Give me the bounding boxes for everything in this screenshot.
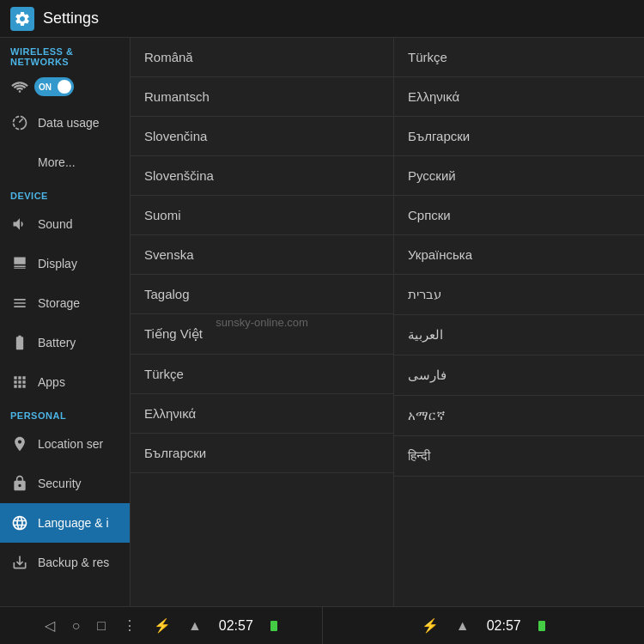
sidebar-item-wifi[interactable]: ON <box>0 70 130 103</box>
list-item[interactable]: Български <box>131 434 393 473</box>
section-header-personal: PERSONAL <box>0 402 130 424</box>
language-icon <box>10 513 29 532</box>
list-item[interactable]: አማርኛ <box>394 396 644 436</box>
backup-label: Backup & res <box>38 556 109 569</box>
data-usage-icon <box>10 113 29 132</box>
sidebar-item-battery[interactable]: Battery <box>0 323 130 362</box>
menu-icon[interactable]: ⋮ <box>123 617 137 634</box>
sound-icon <box>10 215 29 234</box>
back-icon[interactable]: ◁ <box>45 617 55 634</box>
battery-label: Battery <box>38 336 76 349</box>
list-item[interactable]: Ελληνικά <box>394 77 644 117</box>
language-label: Language & i <box>38 516 109 530</box>
list-item[interactable]: Rumantsch <box>131 77 393 117</box>
nav-section-left: ◁ ○ □ ⋮ ⚡ ▲ 02:57 <box>0 607 323 644</box>
list-item[interactable]: Ελληνικά <box>131 394 393 434</box>
battery-icon <box>10 333 29 352</box>
battery-indicator-left <box>270 621 277 631</box>
list-item[interactable]: Slovenčina <box>131 117 393 156</box>
toggle-label: ON <box>39 82 52 92</box>
section-header-device: DEVICE <box>0 182 130 204</box>
sidebar-item-language[interactable]: Language & i <box>0 503 130 543</box>
display-label: Display <box>38 257 77 270</box>
security-icon <box>10 474 29 493</box>
home-icon[interactable]: ○ <box>72 618 81 634</box>
sidebar-item-security[interactable]: Security <box>0 464 130 503</box>
more-label: More... <box>38 155 76 169</box>
nav-time-right: 02:57 <box>487 618 521 634</box>
toggle-knob <box>58 80 71 94</box>
security-label: Security <box>38 477 82 490</box>
title-bar: Settings <box>0 0 644 38</box>
list-item[interactable]: हिन्दी <box>394 436 644 477</box>
sidebar-item-display[interactable]: Display <box>0 244 130 283</box>
location-label: Location ser <box>38 437 103 451</box>
sidebar-item-storage[interactable]: Storage <box>0 283 130 323</box>
more-icon <box>10 153 29 172</box>
center-language-list: sunsky-online.com Română Rumantsch Slove… <box>131 38 394 606</box>
nav-section-right: ⚡ ▲ 02:57 <box>323 607 645 644</box>
list-item[interactable]: العربية <box>394 315 644 355</box>
sidebar-item-more[interactable]: More... <box>0 143 130 182</box>
settings-app-icon <box>10 7 34 31</box>
recents-icon[interactable]: □ <box>97 618 106 634</box>
section-header-wireless: WIRELESS & NETWORKS <box>0 38 130 70</box>
apps-icon <box>10 373 29 392</box>
data-usage-label: Data usage <box>38 116 100 130</box>
usb-right-icon: ⚡ <box>422 617 439 634</box>
storage-icon <box>10 294 29 313</box>
sidebar-item-backup[interactable]: Backup & res <box>0 543 130 582</box>
main-content: WIRELESS & NETWORKS ON Data usage <box>0 38 644 606</box>
list-item[interactable]: Türkçe <box>394 38 644 77</box>
list-item[interactable]: Tagalog <box>131 275 393 314</box>
display-icon <box>10 254 29 273</box>
sidebar-item-data-usage[interactable]: Data usage <box>0 103 130 143</box>
storage-label: Storage <box>38 296 80 310</box>
list-item[interactable]: فارسی <box>394 355 644 396</box>
signal-right-icon: ▲ <box>456 618 470 634</box>
wifi-icon <box>10 80 29 94</box>
list-item[interactable]: Română <box>131 38 393 77</box>
battery-indicator-right <box>538 621 545 631</box>
list-item[interactable]: Српски <box>394 196 644 235</box>
location-icon <box>10 434 29 453</box>
sound-label: Sound <box>38 217 72 231</box>
list-item[interactable]: Tiếng Việt <box>131 314 393 355</box>
list-item[interactable]: Українська <box>394 235 644 275</box>
sidebar-item-apps[interactable]: Apps <box>0 362 130 402</box>
list-item[interactable]: Русский <box>394 156 644 196</box>
right-language-list: Türkçe Ελληνικά Български Русский Српски… <box>394 38 644 606</box>
sidebar-item-sound[interactable]: Sound <box>0 204 130 244</box>
list-item[interactable]: Suomi <box>131 196 393 235</box>
list-item[interactable]: Svenska <box>131 235 393 275</box>
list-item[interactable]: Slovenščina <box>131 156 393 196</box>
signal-left-icon: ▲ <box>188 618 202 634</box>
sidebar: WIRELESS & NETWORKS ON Data usage <box>0 38 131 606</box>
sidebar-item-location[interactable]: Location ser <box>0 424 130 464</box>
page-title: Settings <box>43 9 99 27</box>
backup-icon <box>10 553 29 572</box>
usb-left-icon: ⚡ <box>154 617 171 634</box>
apps-label: Apps <box>38 375 65 389</box>
list-item[interactable]: עברית <box>394 275 644 315</box>
list-item[interactable]: Türkçe <box>131 355 393 394</box>
nav-bar: ◁ ○ □ ⋮ ⚡ ▲ 02:57 ⚡ ▲ 02:57 <box>0 606 644 644</box>
nav-time-left: 02:57 <box>219 618 253 634</box>
wifi-toggle[interactable]: ON <box>34 77 74 96</box>
list-item[interactable]: Български <box>394 117 644 156</box>
